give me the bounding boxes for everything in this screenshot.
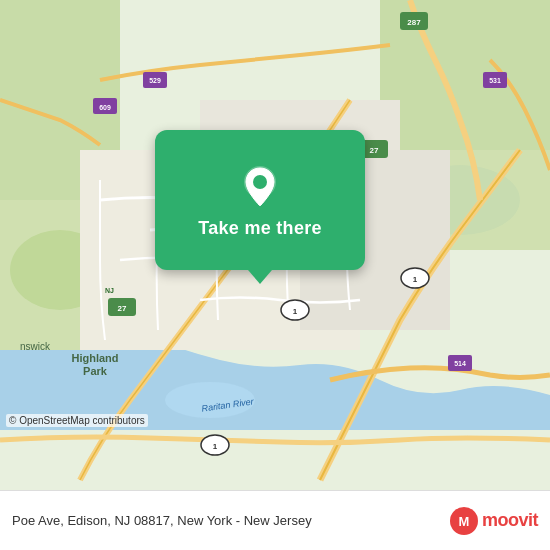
- svg-text:1: 1: [413, 275, 418, 284]
- svg-text:1: 1: [293, 307, 298, 316]
- take-me-there-button[interactable]: Take me there: [155, 130, 365, 270]
- bottom-bar: Poe Ave, Edison, NJ 08817, New York - Ne…: [0, 490, 550, 550]
- svg-text:27: 27: [370, 146, 379, 155]
- svg-text:514: 514: [454, 360, 466, 367]
- map-container: 27 NJ 1 1 1 609 529 531 514 287 27 Highl…: [0, 0, 550, 490]
- copyright-text: © OpenStreetMap contributors: [9, 415, 145, 426]
- take-me-label: Take me there: [198, 218, 322, 239]
- svg-text:287: 287: [407, 18, 421, 27]
- map-attribution: © OpenStreetMap contributors: [6, 414, 148, 427]
- svg-text:NJ: NJ: [105, 287, 114, 294]
- svg-text:27: 27: [118, 304, 127, 313]
- address-text: Poe Ave, Edison, NJ 08817, New York - Ne…: [12, 513, 312, 528]
- svg-text:1: 1: [213, 442, 218, 451]
- svg-text:Park: Park: [83, 365, 108, 377]
- svg-point-37: [253, 175, 267, 189]
- moovit-brand-icon: M: [450, 507, 478, 535]
- moovit-logo[interactable]: M moovit: [450, 507, 538, 535]
- address-section: Poe Ave, Edison, NJ 08817, New York - Ne…: [12, 513, 312, 528]
- location-pin-icon: [236, 162, 284, 210]
- svg-text:Highland: Highland: [71, 352, 118, 364]
- svg-text:609: 609: [99, 104, 111, 111]
- svg-text:529: 529: [149, 77, 161, 84]
- svg-text:nswick: nswick: [20, 341, 51, 352]
- svg-text:531: 531: [489, 77, 501, 84]
- svg-text:M: M: [459, 514, 470, 529]
- moovit-brand-text: moovit: [482, 510, 538, 531]
